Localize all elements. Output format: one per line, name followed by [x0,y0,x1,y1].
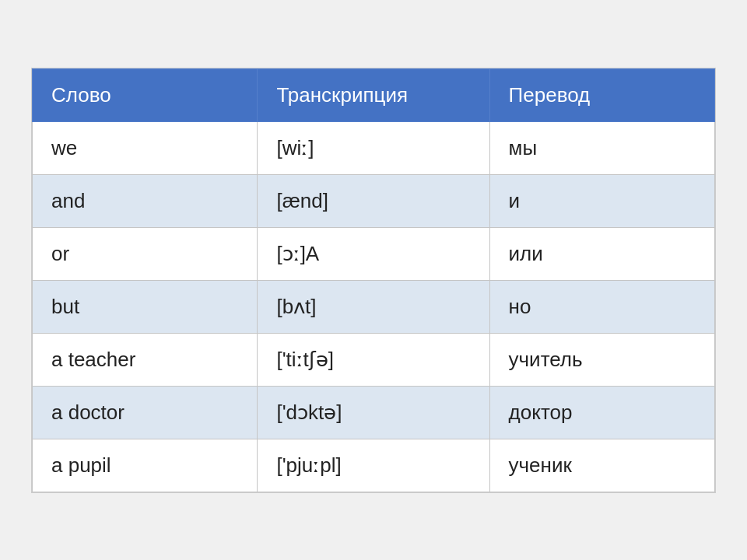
cell-translation: или [489,227,714,280]
cell-transcription: [ænd] [258,174,489,227]
table-header-row: Слово Транскрипция Перевод [33,68,715,121]
cell-translation: но [489,280,714,333]
cell-translation: и [489,174,714,227]
cell-transcription: ['tiːtʃə] [258,333,489,386]
header-transcription: Транскрипция [258,68,489,121]
header-word: Слово [33,68,258,121]
table-row: or[ɔː]Aили [33,227,715,280]
cell-transcription: [bʌt] [258,280,489,333]
cell-word: and [33,174,258,227]
cell-transcription: ['pjuːpl] [258,439,489,492]
table-row: a pupil['pjuːpl]ученик [33,439,715,492]
table-row: we[wiː]мы [33,121,715,174]
cell-word: but [33,280,258,333]
header-translation: Перевод [489,68,714,121]
table-row: but[bʌt]но [33,280,715,333]
cell-word: a pupil [33,439,258,492]
cell-transcription: ['dɔktə] [258,386,489,439]
cell-transcription: [ɔː]A [258,227,489,280]
cell-word: or [33,227,258,280]
cell-translation: доктор [489,386,714,439]
table-row: a doctor['dɔktə]доктор [33,386,715,439]
cell-word: we [33,121,258,174]
table-row: a teacher['tiːtʃə]учитель [33,333,715,386]
cell-translation: ученик [489,439,714,492]
cell-transcription: [wiː] [258,121,489,174]
vocabulary-table-wrapper: Слово Транскрипция Перевод we[wiː]мыand[… [31,68,716,493]
cell-word: a doctor [33,386,258,439]
cell-translation: учитель [489,333,714,386]
table-row: and[ænd]и [33,174,715,227]
vocabulary-table: Слово Транскрипция Перевод we[wiː]мыand[… [32,68,715,492]
cell-translation: мы [489,121,714,174]
cell-word: a teacher [33,333,258,386]
